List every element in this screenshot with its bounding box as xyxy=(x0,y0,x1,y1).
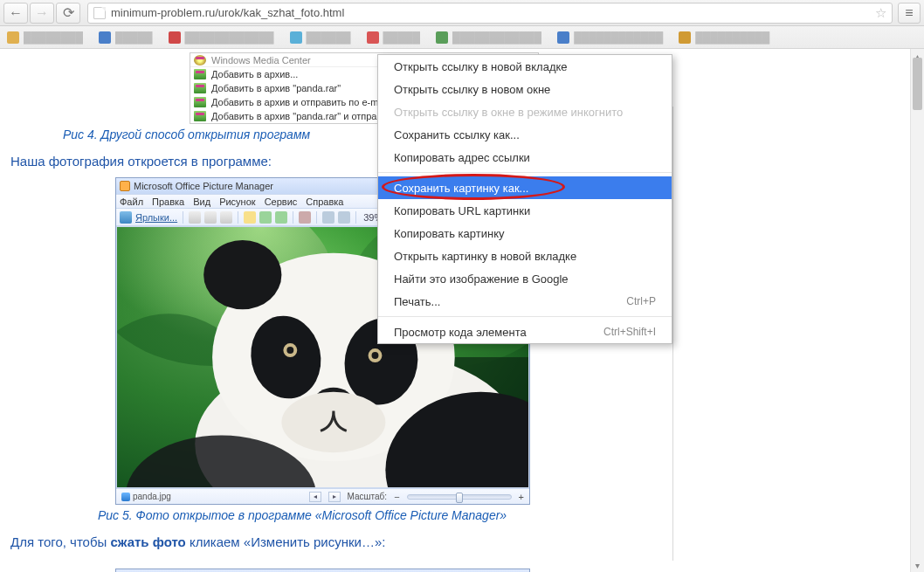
menu-view[interactable]: Вид xyxy=(193,196,210,207)
text-span: кликаем «Изменить рисунки…»: xyxy=(186,534,386,549)
scroll-down-icon[interactable]: ▾ xyxy=(911,558,924,572)
scale-label: Масштаб: xyxy=(348,492,388,501)
view-film-icon[interactable] xyxy=(220,211,232,224)
pm-title: Microsoft Office Picture Manager xyxy=(134,181,273,191)
view-single-icon[interactable] xyxy=(204,211,217,224)
ctx-open-link-new-tab[interactable]: Открыть ссылку в новой вкладке xyxy=(378,55,672,78)
menu-help[interactable]: Справка xyxy=(306,196,343,207)
status-file: panda.jpg xyxy=(121,492,171,501)
archive-icon xyxy=(194,69,206,79)
ctx-inspect-element[interactable]: Просмотр кода элемента Ctrl+Shift+I xyxy=(378,320,672,343)
ctx-shortcut: Ctrl+Shift+I xyxy=(603,326,656,338)
chrome-context-menu: Открыть ссылку в новой вкладке Открыть с… xyxy=(377,54,672,344)
menu-row-label: Добавить в архив "panda.rar" xyxy=(211,83,341,93)
menu-file[interactable]: Файл xyxy=(120,196,143,207)
ctx-copy-image-url[interactable]: Копировать URL картинки xyxy=(378,199,672,222)
pm-statusbar: panda.jpg ◂ ▸ Масштаб: − + xyxy=(116,488,529,504)
bookmark-item[interactable]: █████ xyxy=(367,31,421,44)
back-button[interactable]: ← xyxy=(3,3,28,24)
zoom-slider[interactable] xyxy=(407,494,512,500)
svg-point-7 xyxy=(203,240,281,309)
rotate-right-icon[interactable] xyxy=(275,211,287,224)
paragraph: Для того, чтобы сжать фото кликаем «Изме… xyxy=(10,534,690,549)
ctx-print[interactable]: Печать... Ctrl+P xyxy=(378,290,672,313)
bookmark-item[interactable]: ████████████ xyxy=(169,31,274,44)
menu-row-label: Добавить в архив и отправить по e-mail..… xyxy=(211,97,396,107)
bookmark-item[interactable]: █████ xyxy=(99,31,153,44)
ctx-open-link-incognito: Открыть ссылку в окне в режиме инкогнито xyxy=(378,100,672,123)
rotate-left-icon[interactable] xyxy=(259,211,272,224)
ctx-copy-link-address[interactable]: Копировать адрес ссылки xyxy=(378,146,672,169)
svg-point-16 xyxy=(281,392,385,453)
chrome-menu-button[interactable]: ≡ xyxy=(898,3,921,24)
menu-picture[interactable]: Рисунок xyxy=(219,196,256,207)
pm-app-icon xyxy=(120,181,130,191)
delete-icon[interactable] xyxy=(299,211,311,224)
ctx-separator xyxy=(378,172,672,173)
address-bar[interactable]: minimum-problem.ru/urok/kak_szhat_foto.h… xyxy=(87,3,893,24)
file-icon xyxy=(121,493,130,501)
ctx-save-image-as[interactable]: Сохранить картинку как... xyxy=(378,176,672,199)
undo-icon[interactable] xyxy=(322,211,334,224)
bookmark-item[interactable]: ████████ xyxy=(7,31,83,44)
picture-manager-window-2: Microsoft Office Picture Manager – ▭ ✕ Ф… xyxy=(115,569,530,572)
menu-row-label: Windows Media Center xyxy=(211,55,311,65)
view-thumb-icon[interactable] xyxy=(189,211,201,224)
text-bold: сжать фото xyxy=(110,534,185,549)
content-divider xyxy=(672,107,673,561)
bookmark-item[interactable]: ████████████ xyxy=(557,31,663,44)
reload-button[interactable]: ⟳ xyxy=(56,3,80,24)
ctx-search-image-google[interactable]: Найти это изображение в Google xyxy=(378,267,672,290)
menu-edit[interactable]: Правка xyxy=(152,196,184,207)
svg-point-12 xyxy=(286,347,293,354)
archive-icon xyxy=(194,111,206,121)
forward-button[interactable]: → xyxy=(30,3,54,24)
next-image-button[interactable]: ▸ xyxy=(328,492,341,502)
bookmark-star-icon[interactable]: ☆ xyxy=(875,5,886,21)
bookmark-item[interactable]: ████████████ xyxy=(436,31,541,44)
archive-icon xyxy=(194,83,206,93)
browser-toolbar: ← → ⟳ minimum-problem.ru/urok/kak_szhat_… xyxy=(0,0,924,26)
shortcuts-icon[interactable] xyxy=(120,211,132,224)
folder-icon[interactable] xyxy=(244,211,256,224)
redo-icon[interactable] xyxy=(338,211,350,224)
disc-icon xyxy=(194,55,206,65)
figure-5-caption: Рис 5. Фото открытое в программе «Micros… xyxy=(98,508,690,522)
scroll-thumb[interactable] xyxy=(913,58,922,110)
ctx-separator xyxy=(378,316,672,317)
ctx-open-image-new-tab[interactable]: Открыть картинку в новой вкладке xyxy=(378,245,672,267)
bookmark-item[interactable]: ██████ xyxy=(290,31,351,44)
ctx-shortcut: Ctrl+P xyxy=(626,295,656,307)
prev-image-button[interactable]: ◂ xyxy=(309,492,321,502)
page-icon xyxy=(93,7,106,19)
ctx-save-link-as[interactable]: Сохранить ссылку как... xyxy=(378,123,672,146)
url-text: minimum-problem.ru/urok/kak_szhat_foto.h… xyxy=(111,6,344,19)
bookmark-item[interactable]: ██████████ xyxy=(679,31,769,44)
status-filename: panda.jpg xyxy=(133,492,171,501)
svg-point-14 xyxy=(372,352,379,359)
bookmarks-bar: ████████ █████ ████████████ ██████ █████… xyxy=(0,26,924,49)
menu-row-label: Добавить в архив... xyxy=(211,69,298,79)
shortcuts-label[interactable]: Ярлыки... xyxy=(135,212,177,223)
ctx-copy-image[interactable]: Копировать картинку xyxy=(378,222,672,245)
archive-icon xyxy=(194,97,206,107)
ctx-open-link-new-window[interactable]: Открыть ссылку в новом окне xyxy=(378,78,672,100)
vertical-scrollbar[interactable]: ▴ ▾ xyxy=(910,49,924,572)
text-span: Для того, чтобы xyxy=(10,534,110,549)
menu-tools[interactable]: Сервис xyxy=(265,196,298,207)
